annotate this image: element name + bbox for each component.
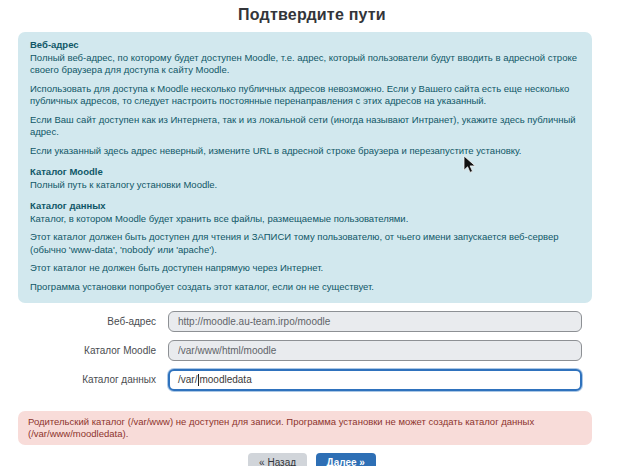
back-button[interactable]: « Назад (248, 453, 307, 466)
data-dir-value-after-caret: moodledata (199, 374, 251, 385)
form-row-web-address: Веб-адрес (0, 311, 624, 332)
next-button[interactable]: Далее » (316, 453, 376, 466)
info-paragraph: Использовать для доступа к Moodle нескол… (30, 83, 580, 108)
info-box: Веб-адресПолный веб-адрес, по которому б… (18, 32, 592, 303)
info-paragraph: Полный путь к каталогу установки Moodle. (30, 179, 580, 192)
info-paragraph: Полный веб-адрес, по которому будет дост… (30, 52, 580, 77)
web-address-label: Веб-адрес (0, 316, 168, 327)
web-address-input[interactable] (168, 311, 582, 332)
info-paragraph: Программа установки попробует создать эт… (30, 281, 580, 294)
error-message: Родительский каталог (/var/www) не досту… (18, 411, 592, 446)
wizard-buttons: « Назад Далее » (0, 452, 624, 466)
info-paragraph: Каталог, в котором Moodle будет хранить … (30, 213, 580, 226)
moodle-dir-label: Каталог Moodle (0, 345, 168, 356)
info-section-heading: Каталог данных (30, 200, 580, 213)
page-title: Подтвердите пути (0, 6, 624, 24)
form-row-data-dir: Каталог данных /var/moodledata (0, 369, 624, 391)
info-paragraph: Этот каталог не должен быть доступен нап… (30, 262, 580, 275)
moodle-dir-input[interactable] (168, 340, 582, 361)
data-dir-value-before-caret: /var/ (178, 374, 197, 385)
info-section-heading: Каталог Moodle (30, 166, 580, 179)
info-paragraph: Если указанный здесь адрес неверный, изм… (30, 145, 580, 158)
data-dir-input[interactable]: /var/moodledata (168, 369, 582, 391)
data-dir-label: Каталог данных (0, 374, 168, 385)
info-paragraph: Если Ваш сайт доступен как из Интернета,… (30, 114, 580, 139)
form-row-moodle-dir: Каталог Moodle (0, 340, 624, 361)
info-paragraph: Этот каталог должен быть доступен для чт… (30, 231, 580, 256)
info-section-heading: Веб-адрес (30, 39, 580, 52)
paths-form: Веб-адрес Каталог Moodle Каталог данных … (0, 311, 624, 391)
